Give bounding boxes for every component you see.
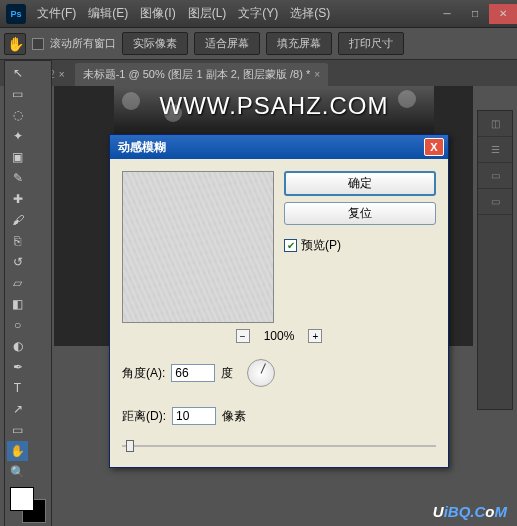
crop-tool[interactable]: ▣ <box>7 147 28 167</box>
pen-tool[interactable]: ✒ <box>7 357 28 377</box>
type-tool[interactable]: T <box>7 378 28 398</box>
scroll-all-label: 滚动所有窗口 <box>50 36 116 51</box>
preview-label: 预览(P) <box>301 237 341 254</box>
preview-checkbox[interactable]: ✔ <box>284 239 297 252</box>
title-bar: Ps 文件(F) 编辑(E) 图像(I) 图层(L) 文字(Y) 选择(S) ─… <box>0 0 517 28</box>
menu-edit[interactable]: 编辑(E) <box>83 3 133 24</box>
hand-tool-icon: ✋ <box>4 33 26 55</box>
angle-input[interactable] <box>171 364 215 382</box>
eraser-tool[interactable]: ▱ <box>7 273 28 293</box>
document-tabs: 未标题-2 × 未标题-1 @ 50% (图层 1 副本 2, 图层蒙版 /8)… <box>0 60 517 86</box>
image-watermark: WWW.PSAHZ.COM <box>114 92 434 120</box>
app-logo: Ps <box>6 4 26 24</box>
angle-label: 角度(A): <box>122 365 165 382</box>
wand-tool[interactable]: ✦ <box>7 126 28 146</box>
toolbox: ↖ ▭ ◌ ✦ ▣ ✎ ✚ 🖌 ⎘ ↺ ▱ ◧ ○ ◐ ✒ T ↗ ▭ ✋ 🔍 … <box>4 60 52 526</box>
zoom-controls: − 100% + <box>122 329 436 343</box>
print-size-button[interactable]: 打印尺寸 <box>338 32 404 55</box>
menu-select[interactable]: 选择(S) <box>285 3 335 24</box>
fit-screen-button[interactable]: 适合屏幕 <box>194 32 260 55</box>
marquee-tool[interactable]: ▭ <box>7 84 28 104</box>
dodge-tool[interactable]: ◐ <box>7 336 28 356</box>
close-button[interactable]: ✕ <box>489 4 517 24</box>
lasso-tool[interactable]: ◌ <box>7 105 28 125</box>
dialog-title: 动感模糊 <box>114 139 424 156</box>
fill-screen-button[interactable]: 填充屏幕 <box>266 32 332 55</box>
zoom-in-button[interactable]: + <box>308 329 322 343</box>
path-tool[interactable]: ↗ <box>7 399 28 419</box>
distance-input[interactable] <box>172 407 216 425</box>
hand-tool[interactable]: ✋ <box>7 441 28 461</box>
gradient-tool[interactable]: ◧ <box>7 294 28 314</box>
brush-tool[interactable]: 🖌 <box>7 210 28 230</box>
preview-thumbnail[interactable] <box>122 171 274 323</box>
zoom-value: 100% <box>264 329 295 343</box>
menu-bar: 文件(F) 编辑(E) 图像(I) 图层(L) 文字(Y) 选择(S) <box>32 3 433 24</box>
blur-tool[interactable]: ○ <box>7 315 28 335</box>
maximize-button[interactable]: □ <box>461 4 489 24</box>
motion-blur-dialog: 动感模糊 X 确定 复位 ✔ 预览(P) − 100% + 角度(A): 度 <box>109 134 449 468</box>
shape-tool[interactable]: ▭ <box>7 420 28 440</box>
distance-unit: 像素 <box>222 408 246 425</box>
menu-type[interactable]: 文字(Y) <box>233 3 283 24</box>
menu-layer[interactable]: 图层(L) <box>183 3 232 24</box>
distance-slider[interactable] <box>122 437 436 455</box>
zoom-out-button[interactable]: − <box>236 329 250 343</box>
panel-fill-slider[interactable]: ▭ <box>478 189 512 215</box>
distance-label: 距离(D): <box>122 408 166 425</box>
tab-close-icon[interactable]: × <box>59 69 65 80</box>
dialog-titlebar[interactable]: 动感模糊 X <box>110 135 448 159</box>
options-bar: ✋ 滚动所有窗口 实际像素 适合屏幕 填充屏幕 打印尺寸 <box>0 28 517 60</box>
tab-label: 未标题-1 @ 50% (图层 1 副本 2, 图层蒙版 /8) * <box>83 67 311 82</box>
actual-pixels-button[interactable]: 实际像素 <box>122 32 188 55</box>
right-panels: ◫ ☰ ▭ ▭ <box>477 110 513 410</box>
window-controls: ─ □ ✕ <box>433 4 517 24</box>
panel-tab-icon[interactable]: ☰ <box>478 137 512 163</box>
history-brush-tool[interactable]: ↺ <box>7 252 28 272</box>
foreground-swatch[interactable] <box>10 487 34 511</box>
angle-unit: 度 <box>221 365 233 382</box>
zoom-tool[interactable]: 🔍 <box>7 462 28 482</box>
stamp-tool[interactable]: ⎘ <box>7 231 28 251</box>
dialog-close-button[interactable]: X <box>424 138 444 156</box>
scroll-all-checkbox[interactable] <box>32 38 44 50</box>
site-watermark: UUiBQ.CoMiBQ.CoM <box>433 503 507 520</box>
move-tool[interactable]: ↖ <box>7 63 28 83</box>
slider-thumb[interactable] <box>126 440 134 452</box>
menu-image[interactable]: 图像(I) <box>135 3 180 24</box>
ok-button[interactable]: 确定 <box>284 171 436 196</box>
dialog-body: 确定 复位 ✔ 预览(P) − 100% + 角度(A): 度 距离(D): 像… <box>110 159 448 467</box>
panel-opacity-slider[interactable]: ▭ <box>478 163 512 189</box>
angle-dial[interactable] <box>247 359 275 387</box>
tab-close-icon[interactable]: × <box>314 69 320 80</box>
minimize-button[interactable]: ─ <box>433 4 461 24</box>
panel-tab-icon[interactable]: ◫ <box>478 111 512 137</box>
eyedropper-tool[interactable]: ✎ <box>7 168 28 188</box>
reset-button[interactable]: 复位 <box>284 202 436 225</box>
color-swatches[interactable] <box>10 487 46 523</box>
tab-untitled-1[interactable]: 未标题-1 @ 50% (图层 1 副本 2, 图层蒙版 /8) * × <box>75 63 328 86</box>
menu-file[interactable]: 文件(F) <box>32 3 81 24</box>
heal-tool[interactable]: ✚ <box>7 189 28 209</box>
